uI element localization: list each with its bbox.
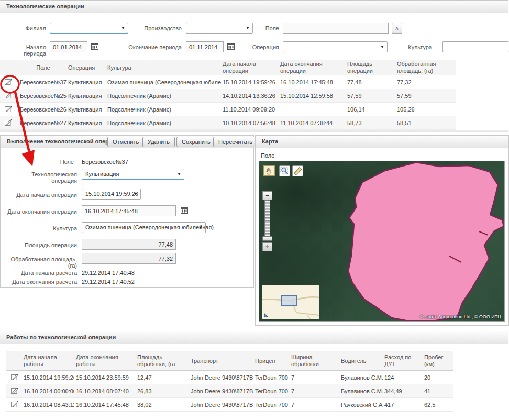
cell: Культивация	[67, 120, 106, 126]
edit-row-button[interactable]	[0, 78, 18, 86]
cell: John Deere 9430\8717ВН	[189, 402, 253, 408]
map-field-label: Поле	[261, 152, 274, 159]
column-header: Расход по ДУТ	[383, 354, 423, 368]
measure-tool-button[interactable]	[292, 165, 303, 176]
pan-tool-button[interactable]	[263, 165, 275, 176]
cell: John Deere 9430\8717ВН	[189, 374, 253, 381]
cell: 26,83	[136, 388, 189, 394]
calendar-icon[interactable]	[91, 42, 100, 52]
overview-minimap[interactable]	[262, 285, 319, 319]
cell: 16.10.2014 08:07:40	[74, 388, 136, 394]
cell: 15.10.2014 19:59:26	[22, 374, 74, 381]
cell: 16.10.2014 00:00:00	[22, 388, 74, 394]
culture-form-select[interactable]: Озимая пшеница (Северодонецкая юбилейная…	[82, 222, 206, 233]
branch-select[interactable]: ▼	[50, 23, 128, 34]
edit-icon	[4, 91, 13, 99]
tech-operation-select[interactable]: Культивация ▼	[82, 169, 184, 180]
cell: 20	[423, 374, 453, 381]
table-row[interactable]: Березовское№25КультивацияПодсолнечник (А…	[0, 89, 456, 103]
period-end-input[interactable]	[186, 41, 224, 52]
minimap-viewport[interactable]	[281, 295, 297, 305]
calendar-icon[interactable]	[227, 42, 236, 52]
delete-button[interactable]: Удалить	[142, 137, 175, 147]
cell: TerDoun 700	[253, 374, 290, 381]
works-table: Дата начала работыДата окончания работыП…	[6, 351, 453, 412]
edit-icon	[4, 118, 13, 126]
period-start-input[interactable]	[50, 41, 87, 52]
column-header: Операция	[67, 64, 106, 71]
calc-end-label: Дата окончания расчета	[5, 279, 77, 285]
cell: Булавинов С.М.	[339, 374, 383, 381]
edit-row-button[interactable]	[0, 118, 18, 127]
calc-end-value: 29.12.2014 17:40:52	[82, 279, 135, 285]
chevron-down-icon: ▼	[134, 192, 138, 196]
cell: 16.10.2014 17:45:48	[74, 402, 136, 408]
cell: 16.10.2014 08:43:11	[22, 402, 74, 408]
table-row[interactable]: Березовское№37КультивацияОзимая пшеница …	[0, 75, 456, 89]
table-row[interactable]: 16.10.2014 08:43:1116.10.2014 17:45:4838…	[6, 398, 453, 412]
zoom-out-button[interactable]: −	[262, 191, 272, 200]
table-header-row: Дата начала работыДата окончания работыП…	[6, 351, 453, 371]
op-area-label: Площадь операции	[5, 242, 77, 248]
cell: 344,49	[383, 388, 423, 394]
cell: 77,32	[395, 79, 456, 85]
chevron-up-icon: ∧	[395, 25, 399, 31]
edit-row-button[interactable]	[6, 400, 22, 409]
cell: John Deere 9430\8717ВН	[189, 388, 253, 394]
op-area-input[interactable]	[82, 239, 176, 250]
cancel-button[interactable]: Отменить	[107, 137, 144, 147]
recalculate-button[interactable]: Пересчитать	[213, 137, 258, 147]
edit-row-button[interactable]	[6, 386, 22, 395]
works-panel: Работы по технологической операции Дата …	[0, 331, 508, 419]
culture-select[interactable]	[442, 41, 509, 52]
op-start-combo[interactable]: 15.10.2014 19:59:26 ▼	[82, 189, 141, 200]
table-row[interactable]: 15.10.2014 19:59:2615.10.2014 23:59:5912…	[6, 371, 453, 384]
operations-table: ПолеОперацияКультураДата начала операции…	[0, 60, 456, 130]
operation-select[interactable]: ▼	[283, 41, 388, 52]
op-end-label: Дата окончания операции	[5, 208, 77, 215]
field-polygon[interactable]	[348, 162, 504, 321]
operations-panel: Технологические операции Филиал ▼ Произв…	[0, 0, 508, 132]
calendar-icon[interactable]	[180, 206, 190, 216]
field-filter-input[interactable]	[283, 23, 389, 34]
table-row[interactable]: Березовское№27КультивацияПодсолнечник (А…	[0, 116, 456, 130]
hand-icon	[264, 166, 273, 175]
field-filter-label: Поле	[253, 25, 279, 31]
save-button[interactable]: Сохранить	[176, 137, 216, 147]
map-panel-header: Карта	[256, 136, 508, 148]
cell: 124	[383, 374, 423, 381]
op-end-input[interactable]	[82, 205, 176, 216]
table-row[interactable]: 16.10.2014 00:00:0016.10.2014 08:07:4026…	[6, 384, 453, 398]
production-select[interactable]: ▼	[186, 23, 253, 34]
edit-icon	[4, 78, 13, 85]
cell: 7	[290, 402, 339, 408]
table-row[interactable]: Березовское№26КультивацияПодсолнечник (А…	[0, 103, 456, 116]
edit-row-button[interactable]	[0, 91, 18, 100]
map-panel-title: Карта	[262, 138, 278, 145]
cell: Березовское№27	[18, 120, 67, 126]
minimap-collapse-icon[interactable]	[264, 314, 268, 317]
collapse-button[interactable]: ∧	[392, 23, 402, 34]
map-canvas[interactable]: − + © Antrix Corporation Ltd., © ООО ИТЦ	[259, 161, 505, 322]
column-header: Дата начала работы	[22, 354, 74, 368]
edit-row-button[interactable]	[6, 373, 22, 382]
edit-icon	[10, 400, 19, 408]
column-header: Пробег (км)	[423, 354, 453, 368]
branch-label: Филиал	[5, 25, 46, 31]
edit-icon	[4, 105, 13, 113]
zoom-in-button[interactable]: +	[262, 242, 272, 251]
zoom-box-tool-button[interactable]	[279, 165, 290, 176]
processed-area-input[interactable]	[82, 253, 176, 264]
column-header: Прицеп	[253, 358, 290, 364]
cell: 58,51	[395, 120, 456, 126]
cell: 38,02	[136, 402, 189, 408]
op-start-label: Дата начала операции	[5, 192, 77, 198]
zoom-slider-handle[interactable]	[262, 236, 272, 241]
tech-operation-value: Культивация	[85, 171, 119, 177]
field-label: Поле	[20, 159, 74, 165]
edit-icon	[10, 373, 19, 381]
cell: Булавинов С.М.	[339, 388, 383, 394]
edit-row-button[interactable]	[0, 105, 18, 114]
zoom-slider-track[interactable]	[264, 200, 270, 237]
processed-area-label: Обработанная площадь, (га)	[1, 256, 77, 269]
